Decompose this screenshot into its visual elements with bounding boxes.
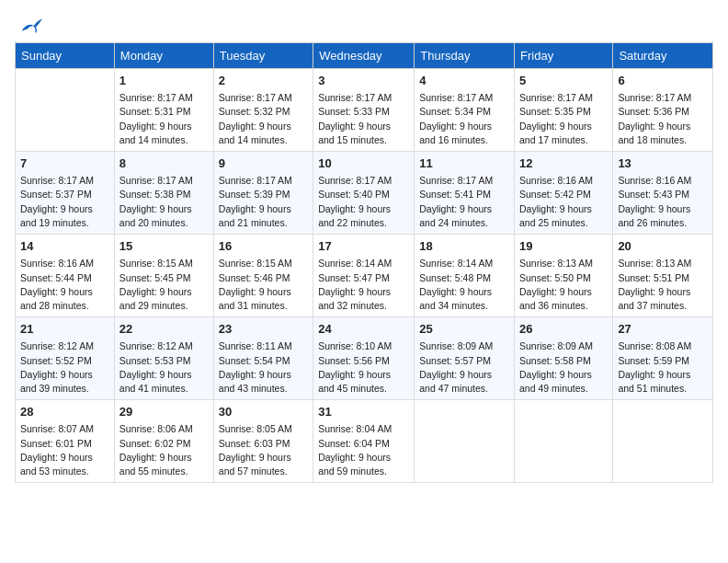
weekday-wednesday: Wednesday bbox=[313, 43, 415, 69]
day-number: 18 bbox=[419, 238, 509, 255]
cell-info: Sunrise: 8:17 AM Sunset: 5:37 PM Dayligh… bbox=[20, 174, 109, 230]
day-number: 4 bbox=[419, 73, 509, 89]
calendar-cell-18: 18Sunrise: 8:14 AM Sunset: 5:48 PM Dayli… bbox=[415, 235, 515, 317]
day-number: 24 bbox=[318, 321, 409, 338]
calendar-cell-21: 21Sunrise: 8:12 AM Sunset: 5:52 PM Dayli… bbox=[16, 317, 115, 400]
cell-info: Sunrise: 8:17 AM Sunset: 5:34 PM Dayligh… bbox=[419, 91, 509, 147]
cell-info: Sunrise: 8:16 AM Sunset: 5:44 PM Dayligh… bbox=[20, 257, 109, 313]
week-row-1: 1Sunrise: 8:17 AM Sunset: 5:31 PM Daylig… bbox=[16, 69, 713, 152]
calendar-cell-22: 22Sunrise: 8:12 AM Sunset: 5:53 PM Dayli… bbox=[114, 317, 213, 400]
calendar-cell-20: 20Sunrise: 8:13 AM Sunset: 5:51 PM Dayli… bbox=[613, 235, 713, 317]
weekday-saturday: Saturday bbox=[613, 43, 713, 69]
calendar-table: SundayMondayTuesdayWednesdayThursdayFrid… bbox=[15, 42, 713, 483]
cell-info: Sunrise: 8:09 AM Sunset: 5:57 PM Dayligh… bbox=[419, 339, 509, 396]
calendar-cell-25: 25Sunrise: 8:09 AM Sunset: 5:57 PM Dayli… bbox=[415, 317, 515, 400]
header bbox=[15, 15, 713, 31]
calendar-cell-1: 1Sunrise: 8:17 AM Sunset: 5:31 PM Daylig… bbox=[114, 69, 213, 152]
calendar-cell-19: 19Sunrise: 8:13 AM Sunset: 5:50 PM Dayli… bbox=[515, 235, 613, 317]
cell-info: Sunrise: 8:06 AM Sunset: 6:02 PM Dayligh… bbox=[119, 422, 209, 478]
bird-icon bbox=[18, 15, 44, 35]
calendar-cell-6: 6Sunrise: 8:17 AM Sunset: 5:36 PM Daylig… bbox=[613, 69, 713, 152]
day-number: 25 bbox=[419, 321, 509, 338]
cell-info: Sunrise: 8:17 AM Sunset: 5:40 PM Dayligh… bbox=[318, 174, 409, 230]
calendar-cell-12: 12Sunrise: 8:16 AM Sunset: 5:42 PM Dayli… bbox=[515, 152, 613, 235]
day-number: 28 bbox=[20, 404, 109, 420]
calendar-cell-5: 5Sunrise: 8:17 AM Sunset: 5:35 PM Daylig… bbox=[515, 69, 613, 152]
calendar-cell-4: 4Sunrise: 8:17 AM Sunset: 5:34 PM Daylig… bbox=[415, 69, 515, 152]
day-number: 14 bbox=[20, 238, 109, 255]
calendar-cell-7: 7Sunrise: 8:17 AM Sunset: 5:37 PM Daylig… bbox=[16, 152, 115, 235]
day-number: 3 bbox=[318, 73, 409, 89]
cell-info: Sunrise: 8:17 AM Sunset: 5:36 PM Dayligh… bbox=[618, 91, 708, 147]
day-number: 30 bbox=[219, 404, 308, 420]
week-row-2: 7Sunrise: 8:17 AM Sunset: 5:37 PM Daylig… bbox=[16, 152, 713, 235]
cell-info: Sunrise: 8:11 AM Sunset: 5:54 PM Dayligh… bbox=[219, 339, 308, 396]
weekday-thursday: Thursday bbox=[415, 43, 515, 69]
calendar-cell-17: 17Sunrise: 8:14 AM Sunset: 5:47 PM Dayli… bbox=[313, 235, 415, 317]
weekday-header-row: SundayMondayTuesdayWednesdayThursdayFrid… bbox=[16, 43, 713, 69]
day-number: 27 bbox=[618, 321, 708, 338]
calendar-cell-2: 2Sunrise: 8:17 AM Sunset: 5:32 PM Daylig… bbox=[213, 69, 313, 152]
day-number: 22 bbox=[119, 321, 209, 338]
cell-info: Sunrise: 8:05 AM Sunset: 6:03 PM Dayligh… bbox=[219, 422, 308, 478]
day-number: 31 bbox=[318, 404, 409, 420]
cell-info: Sunrise: 8:14 AM Sunset: 5:48 PM Dayligh… bbox=[419, 257, 509, 313]
weekday-sunday: Sunday bbox=[16, 43, 115, 69]
cell-info: Sunrise: 8:16 AM Sunset: 5:43 PM Dayligh… bbox=[618, 174, 708, 230]
cell-info: Sunrise: 8:17 AM Sunset: 5:33 PM Dayligh… bbox=[318, 91, 409, 147]
calendar-cell-8: 8Sunrise: 8:17 AM Sunset: 5:38 PM Daylig… bbox=[114, 152, 213, 235]
week-row-4: 21Sunrise: 8:12 AM Sunset: 5:52 PM Dayli… bbox=[16, 317, 713, 400]
day-number: 7 bbox=[20, 155, 109, 172]
day-number: 2 bbox=[219, 73, 308, 89]
calendar-cell-34 bbox=[613, 400, 713, 483]
calendar-cell-10: 10Sunrise: 8:17 AM Sunset: 5:40 PM Dayli… bbox=[313, 152, 415, 235]
weekday-tuesday: Tuesday bbox=[213, 43, 313, 69]
day-number: 29 bbox=[119, 404, 209, 420]
day-number: 15 bbox=[119, 238, 209, 255]
logo bbox=[15, 15, 44, 31]
day-number: 21 bbox=[20, 321, 109, 338]
cell-info: Sunrise: 8:17 AM Sunset: 5:32 PM Dayligh… bbox=[219, 91, 308, 147]
day-number: 9 bbox=[219, 155, 308, 172]
calendar-cell-29: 29Sunrise: 8:06 AM Sunset: 6:02 PM Dayli… bbox=[114, 400, 213, 483]
calendar-cell-16: 16Sunrise: 8:15 AM Sunset: 5:46 PM Dayli… bbox=[213, 235, 313, 317]
calendar-cell-23: 23Sunrise: 8:11 AM Sunset: 5:54 PM Dayli… bbox=[213, 317, 313, 400]
cell-info: Sunrise: 8:17 AM Sunset: 5:35 PM Dayligh… bbox=[519, 91, 608, 147]
day-number: 17 bbox=[318, 238, 409, 255]
cell-info: Sunrise: 8:15 AM Sunset: 5:45 PM Dayligh… bbox=[119, 257, 209, 313]
cell-info: Sunrise: 8:15 AM Sunset: 5:46 PM Dayligh… bbox=[219, 257, 308, 313]
calendar-cell-15: 15Sunrise: 8:15 AM Sunset: 5:45 PM Dayli… bbox=[114, 235, 213, 317]
cell-info: Sunrise: 8:13 AM Sunset: 5:51 PM Dayligh… bbox=[618, 257, 708, 313]
day-number: 23 bbox=[219, 321, 308, 338]
day-number: 20 bbox=[618, 238, 708, 255]
calendar-cell-3: 3Sunrise: 8:17 AM Sunset: 5:33 PM Daylig… bbox=[313, 69, 415, 152]
cell-info: Sunrise: 8:17 AM Sunset: 5:41 PM Dayligh… bbox=[419, 174, 509, 230]
calendar-cell-33 bbox=[515, 400, 613, 483]
cell-info: Sunrise: 8:12 AM Sunset: 5:52 PM Dayligh… bbox=[20, 339, 109, 396]
cell-info: Sunrise: 8:17 AM Sunset: 5:31 PM Dayligh… bbox=[119, 91, 209, 147]
day-number: 19 bbox=[519, 238, 608, 255]
day-number: 26 bbox=[519, 321, 608, 338]
day-number: 1 bbox=[119, 73, 209, 89]
cell-info: Sunrise: 8:17 AM Sunset: 5:39 PM Dayligh… bbox=[219, 174, 308, 230]
cell-info: Sunrise: 8:16 AM Sunset: 5:42 PM Dayligh… bbox=[519, 174, 608, 230]
calendar-cell-14: 14Sunrise: 8:16 AM Sunset: 5:44 PM Dayli… bbox=[16, 235, 115, 317]
day-number: 6 bbox=[618, 73, 708, 89]
week-row-3: 14Sunrise: 8:16 AM Sunset: 5:44 PM Dayli… bbox=[16, 235, 713, 317]
calendar-cell-26: 26Sunrise: 8:09 AM Sunset: 5:58 PM Dayli… bbox=[515, 317, 613, 400]
calendar-cell-28: 28Sunrise: 8:07 AM Sunset: 6:01 PM Dayli… bbox=[16, 400, 115, 483]
day-number: 8 bbox=[119, 155, 209, 172]
calendar-cell-31: 31Sunrise: 8:04 AM Sunset: 6:04 PM Dayli… bbox=[313, 400, 415, 483]
cell-info: Sunrise: 8:09 AM Sunset: 5:58 PM Dayligh… bbox=[519, 339, 608, 396]
calendar-cell-24: 24Sunrise: 8:10 AM Sunset: 5:56 PM Dayli… bbox=[313, 317, 415, 400]
calendar-cell-30: 30Sunrise: 8:05 AM Sunset: 6:03 PM Dayli… bbox=[213, 400, 313, 483]
day-number: 11 bbox=[419, 155, 509, 172]
cell-info: Sunrise: 8:17 AM Sunset: 5:38 PM Dayligh… bbox=[119, 174, 209, 230]
day-number: 13 bbox=[618, 155, 708, 172]
calendar-cell-27: 27Sunrise: 8:08 AM Sunset: 5:59 PM Dayli… bbox=[613, 317, 713, 400]
day-number: 12 bbox=[519, 155, 608, 172]
cell-info: Sunrise: 8:08 AM Sunset: 5:59 PM Dayligh… bbox=[618, 339, 708, 396]
cell-info: Sunrise: 8:07 AM Sunset: 6:01 PM Dayligh… bbox=[20, 422, 109, 478]
calendar-cell-0 bbox=[16, 69, 115, 152]
day-number: 16 bbox=[219, 238, 308, 255]
